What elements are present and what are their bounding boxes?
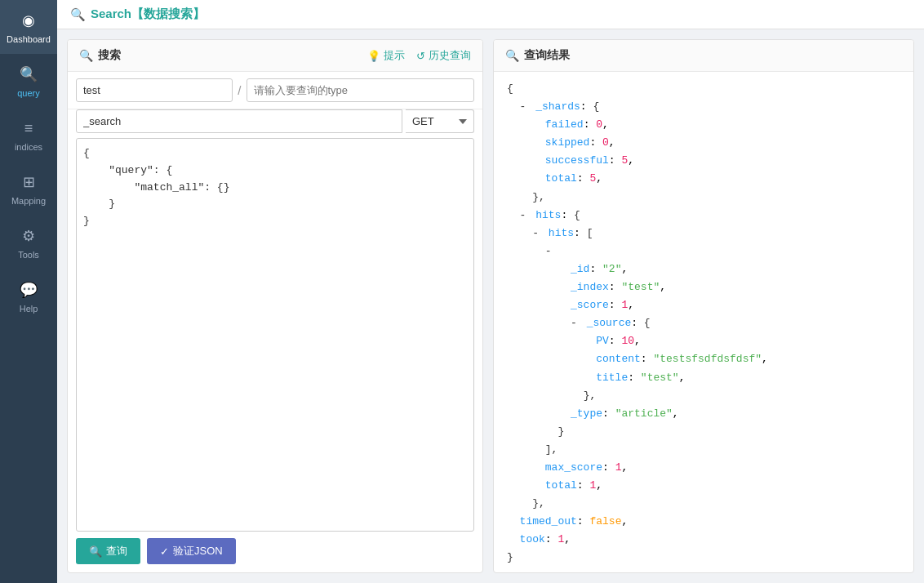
history-action[interactable]: ↺ 历史查询: [416, 48, 471, 63]
left-panel-header: 🔍 搜索 💡 提示 ↺ 历史查询: [68, 40, 482, 72]
endpoint-input[interactable]: [76, 109, 402, 133]
content-area: 🔍 搜索 💡 提示 ↺ 历史查询 /: [57, 29, 924, 583]
result-header: 🔍 查询结果: [494, 40, 913, 72]
search-icon-panel: 🔍: [79, 49, 93, 62]
search-icon-top: 🔍: [70, 7, 86, 22]
query-button-label: 查询: [106, 544, 127, 559]
sidebar-label-mapping: Mapping: [11, 196, 46, 206]
checkmark-icon: ✓: [160, 545, 169, 558]
left-panel: 🔍 搜索 💡 提示 ↺ 历史查询 /: [67, 39, 483, 573]
sidebar-label-tools: Tools: [18, 250, 39, 260]
sidebar-item-tools[interactable]: ⚙ Tools: [0, 216, 57, 269]
result-content: { - _shards: { failed: 0, skipped: 0, su…: [494, 72, 913, 572]
method-row: GET POST PUT DELETE: [68, 109, 482, 138]
page-title-text: Search【数据搜索】: [91, 7, 205, 22]
left-panel-title-text: 搜索: [98, 48, 121, 63]
result-search-icon: 🔍: [505, 49, 519, 62]
dashboard-icon: ◉: [18, 10, 39, 31]
sidebar-label-help: Help: [20, 304, 38, 314]
mapping-icon: ⊞: [18, 171, 39, 193]
sidebar-item-indices[interactable]: ≡ indices: [0, 108, 57, 162]
top-bar: 🔍 Search【数据搜索】: [57, 0, 924, 29]
sidebar-item-dashboard[interactable]: ◉ Dashboard: [0, 0, 57, 54]
sidebar-label-dashboard: Dashboard: [7, 34, 51, 44]
right-panel: 🔍 查询结果 { - _shards: { failed: 0, skipped…: [493, 39, 914, 573]
hint-label: 提示: [384, 48, 405, 63]
indices-icon: ≡: [18, 118, 39, 139]
index-type-row: /: [68, 72, 482, 109]
result-title: 查询结果: [524, 48, 570, 63]
left-panel-title: 🔍 搜索: [79, 48, 121, 63]
hint-action[interactable]: 💡 提示: [367, 48, 405, 63]
tools-icon: ⚙: [18, 225, 39, 247]
query-button[interactable]: 🔍 查询: [76, 538, 140, 564]
history-icon: ↺: [416, 50, 425, 62]
sidebar-label-query: query: [17, 88, 40, 98]
page-title: 🔍 Search【数据搜索】: [70, 7, 205, 22]
sidebar-item-mapping[interactable]: ⊞ Mapping: [0, 162, 57, 216]
validate-button[interactable]: ✓ 验证JSON: [147, 538, 236, 564]
type-input[interactable]: [247, 78, 475, 102]
index-input[interactable]: [76, 78, 233, 102]
sidebar: ◉ Dashboard 🔍 query ≡ indices ⊞ Mapping …: [0, 0, 57, 583]
button-row: 🔍 查询 ✓ 验证JSON: [68, 538, 482, 572]
query-icon: 🔍: [18, 64, 39, 85]
sidebar-item-help[interactable]: 💬 Help: [0, 269, 57, 323]
validate-button-label: 验证JSON: [173, 544, 223, 559]
lightbulb-icon: 💡: [367, 50, 380, 62]
json-editor[interactable]: { "query": { "match_all": {} } }: [76, 138, 474, 532]
panel-actions: 💡 提示 ↺ 历史查询: [367, 48, 471, 63]
query-icon-btn: 🔍: [89, 545, 102, 558]
method-select[interactable]: GET POST PUT DELETE: [406, 109, 474, 133]
sidebar-item-query[interactable]: 🔍 query: [0, 54, 57, 108]
slash-divider: /: [236, 83, 242, 97]
main-area: 🔍 Search【数据搜索】 🔍 搜索 💡 提示 ↺ 历史查: [57, 0, 924, 583]
help-icon: 💬: [18, 279, 39, 300]
history-label: 历史查询: [429, 48, 471, 63]
sidebar-label-indices: indices: [15, 142, 42, 152]
